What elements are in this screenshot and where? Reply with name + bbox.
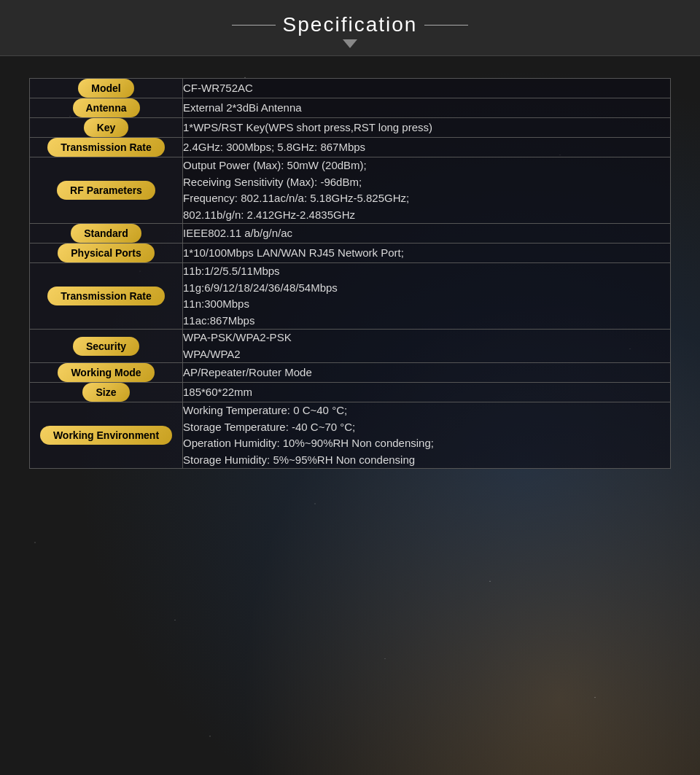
label-badge: Transmission Rate [47,138,165,157]
label-badge: Key [84,118,129,137]
label-badge: Size [82,383,129,402]
header-decoration [0,39,700,48]
label-cell: Key [30,118,183,138]
label-cell: Antenna [30,98,183,118]
label-cell: Standard [30,224,183,244]
label-badge: Antenna [73,98,140,117]
table-row: ModelCF-WR752AC [30,79,671,98]
label-cell: Security [30,330,183,363]
label-cell: Size [30,383,183,402]
label-badge: Security [73,337,139,356]
label-cell: Transmission Rate [30,263,183,330]
table-row: Working EnvironmentWorking Temperature: … [30,402,671,469]
table-row: SecurityWPA-PSK/WPA2-PSKWPA/WPA2 [30,330,671,363]
value-cell: WPA-PSK/WPA2-PSKWPA/WPA2 [183,330,671,363]
value-cell: 11b:1/2/5.5/11Mbps11g:6/9/12/18/24/36/48… [183,263,671,330]
table-row: Transmission Rate11b:1/2/5.5/11Mbps11g:6… [30,263,671,330]
table-row: StandardIEEE802.11 a/b/g/n/ac [30,224,671,244]
value-cell: AP/Repeater/Router Mode [183,363,671,383]
label-cell: Physical Ports [30,244,183,263]
value-cell: Working Temperature: 0 C~40 °C;Storage T… [183,402,671,469]
table-row: Size185*60*22mm [30,383,671,402]
label-badge: Working Mode [58,363,154,382]
spec-table: ModelCF-WR752ACAntennaExternal 2*3dBi An… [29,78,671,469]
label-badge: Transmission Rate [47,287,165,305]
header-arrow-icon [343,39,357,48]
value-cell: External 2*3dBi Antenna [183,98,671,118]
label-badge: Working Environment [40,426,172,445]
label-cell: Working Environment [30,402,183,469]
content-area: ModelCF-WR752ACAntennaExternal 2*3dBi An… [0,56,700,498]
label-cell: RF Parameters [30,157,183,224]
value-cell: IEEE802.11 a/b/g/n/ac [183,224,671,244]
table-row: Key1*WPS/RST Key(WPS short press,RST lon… [30,118,671,138]
value-cell: 2.4GHz: 300Mbps; 5.8GHz: 867Mbps [183,138,671,157]
value-cell: Output Power (Max): 50mW (20dBm);Receivi… [183,157,671,224]
value-cell: CF-WR752AC [183,79,671,98]
table-row: Working ModeAP/Repeater/Router Mode [30,363,671,383]
label-badge: Standard [71,224,141,243]
value-cell: 1*WPS/RST Key(WPS short press,RST long p… [183,118,671,138]
value-cell: 185*60*22mm [183,383,671,402]
label-cell: Working Mode [30,363,183,383]
label-cell: Transmission Rate [30,138,183,157]
table-row: AntennaExternal 2*3dBi Antenna [30,98,671,118]
label-badge: Model [78,79,133,98]
table-row: RF ParametersOutput Power (Max): 50mW (2… [30,157,671,224]
header: Specification [0,0,700,56]
page-title: Specification [283,13,418,36]
value-cell: 1*10/100Mbps LAN/WAN RJ45 Network Port; [183,244,671,263]
label-cell: Model [30,79,183,98]
label-badge: RF Parameters [57,181,155,200]
label-badge: Physical Ports [58,244,155,262]
table-row: Transmission Rate2.4GHz: 300Mbps; 5.8GHz… [30,138,671,157]
table-row: Physical Ports1*10/100Mbps LAN/WAN RJ45 … [30,244,671,263]
